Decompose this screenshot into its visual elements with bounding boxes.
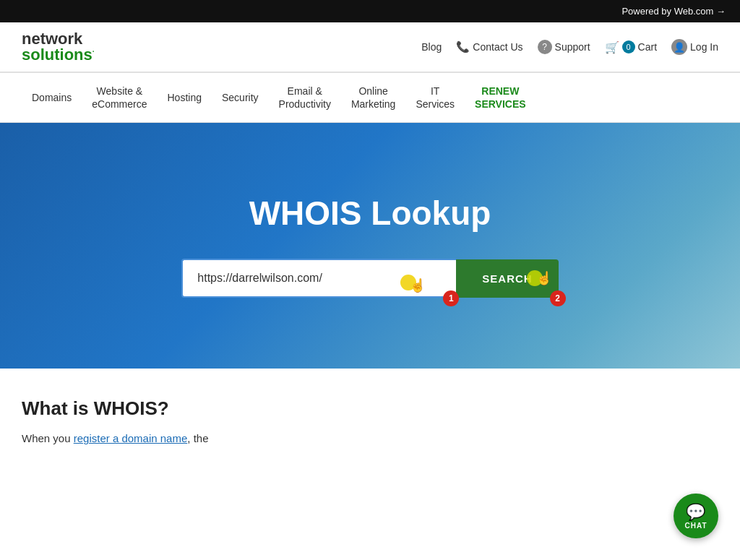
- nav-it-services[interactable]: ITServices: [405, 73, 465, 122]
- blog-link[interactable]: Blog: [421, 41, 442, 53]
- content-section: What is WHOIS? When you register a domai…: [0, 369, 740, 476]
- logo-dot: ·: [92, 48, 95, 56]
- register-domain-link[interactable]: register a domain name: [74, 432, 188, 444]
- annotation-badge-2: 2: [550, 290, 566, 306]
- logo-solutions: solutions·: [22, 47, 95, 63]
- search-button-wrapper: SEARCH ☝️ 2: [456, 259, 558, 298]
- hero-section: WHOIS Lookup ☝️ 1 SEARCH ☝️ 2: [0, 123, 740, 369]
- nav-domains[interactable]: Domains: [22, 79, 82, 116]
- search-input-wrapper: ☝️ 1: [181, 259, 456, 298]
- login-link[interactable]: 👤 Log In: [671, 39, 718, 55]
- user-icon: 👤: [671, 39, 687, 55]
- cart-count-badge: 0: [622, 40, 635, 53]
- nav-email-productivity[interactable]: Email &Productivity: [269, 73, 341, 122]
- phone-icon: 📞: [456, 40, 470, 53]
- hero-title: WHOIS Lookup: [249, 194, 491, 233]
- search-button[interactable]: SEARCH ☝️: [456, 259, 558, 298]
- nav-online-marketing[interactable]: OnlineMarketing: [341, 73, 405, 122]
- header: network solutions· Blog 📞 Contact Us ? S…: [0, 22, 740, 73]
- search-container: ☝️ 1 SEARCH ☝️ 2: [181, 259, 558, 298]
- nav-security[interactable]: Security: [212, 79, 269, 116]
- cart-link[interactable]: 🛒 0 Cart: [605, 40, 657, 54]
- logo-network: network: [22, 31, 82, 47]
- logo: network solutions·: [22, 31, 95, 63]
- whois-section-title: What is WHOIS?: [22, 397, 718, 420]
- cart-icon: 🛒: [605, 40, 619, 54]
- support-link[interactable]: ? Support: [538, 40, 590, 54]
- annotation-badge-1: 1: [443, 290, 459, 306]
- top-banner: Powered by Web.com →: [0, 0, 740, 22]
- nav-website-ecommerce[interactable]: Website &eCommerce: [82, 73, 157, 122]
- nav-hosting[interactable]: Hosting: [158, 79, 212, 116]
- contact-us-link[interactable]: 📞 Contact Us: [456, 40, 522, 53]
- main-nav: Domains Website &eCommerce Hosting Secur…: [0, 73, 740, 123]
- cursor-indicator-2: [527, 270, 543, 286]
- nav-renew-services[interactable]: RENEWSERVICES: [465, 73, 536, 122]
- header-nav: Blog 📞 Contact Us ? Support 🛒 0 Cart 👤 L…: [421, 39, 718, 55]
- powered-by-text: Powered by Web.com →: [621, 6, 726, 17]
- question-icon: ?: [538, 40, 552, 54]
- whois-description: When you register a domain name, the: [22, 430, 718, 447]
